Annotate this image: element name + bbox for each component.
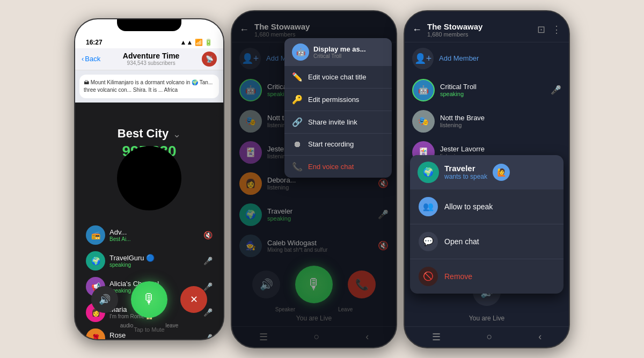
leave-label: leave [165, 323, 178, 328]
channel-info: Adventure Time 934,543 subscribers [100, 52, 202, 66]
avatar: 📻 [86, 225, 105, 245]
edit-title-label: Edit voice chat title [308, 73, 366, 81]
channel-avatar: 📡 [202, 52, 217, 67]
screen-share-icon[interactable]: ⊡ [537, 24, 545, 35]
tap-to-mute[interactable]: Tap to Mute [134, 326, 164, 333]
record-icon: ⏺ [292, 140, 303, 149]
channel-message: 🏔 Mount Kilimanjaro is a dormant volcano… [79, 75, 219, 98]
participant-row: 🎭 Nott the Brave listening [405, 106, 569, 137]
more-options-icon[interactable]: ⋮ [552, 24, 561, 35]
back-button[interactable]: ‹ Back [82, 55, 100, 63]
back-label: Back [85, 55, 100, 63]
dark-circle: 🎙 [117, 146, 181, 210]
mic-button[interactable]: 🎙 [131, 281, 167, 318]
participant-item: 📻 Adv... Best Ai... 🔇 [82, 222, 217, 248]
phone-1: 16:27 ▲▲ 📶 🔋 ‹ Back Adventure Time 934,5… [74, 18, 224, 340]
ctx-open-chat[interactable]: 💬 Open chat [410, 224, 564, 259]
avatar: 🎭 [412, 110, 435, 133]
audio-button[interactable]: 🔊 [91, 286, 118, 313]
person-raise-icon: 🙋 [497, 168, 506, 177]
share-link-label: Share invite link [308, 118, 357, 126]
ctx-allow-to-speak[interactable]: 👥 Allow to speak [410, 189, 564, 224]
edit-permissions-label: Edit permissions [308, 96, 359, 104]
ctx-speak-icon: 🙋 [493, 164, 510, 181]
ctx-user-name: Traveler [444, 164, 487, 173]
ctx-remove[interactable]: 🚫 Remove [410, 259, 564, 294]
pinfo: Nott the Brave listening [440, 114, 561, 128]
signal-icons: ▲▲ 📶 🔋 [180, 39, 213, 46]
menu-item-end-chat[interactable]: 📞 End voice chat [284, 156, 392, 178]
notch-1 [117, 19, 181, 31]
display-as-label: Display me as... [313, 45, 366, 53]
header-info-3: The Stowaway 1,680 members [427, 22, 532, 38]
ios-nav: ‹ Back Adventure Time 934,543 subscriber… [75, 48, 223, 70]
voice-overlay: Best City ⌄ 995,830 🎙 📻 Adv... Best Ai..… [75, 114, 223, 339]
phone-2: ← The Stowaway 1,680 members 👤+ Add Memb… [231, 10, 397, 348]
voice-title: Best City [118, 127, 169, 141]
channel-content: 🏔 Mount Kilimanjaro is a dormant volcano… [75, 70, 223, 103]
screenshots-container: 16:27 ▲▲ 📶 🔋 ‹ Back Adventure Time 934,5… [0, 0, 644, 358]
participant-info: TravelGuru 🔵 speaking [109, 254, 199, 268]
channel-name: Adventure Time [100, 52, 202, 60]
dropdown-header-text: Display me as... Critical Troll [313, 45, 366, 59]
group-name-3: The Stowaway [427, 22, 532, 31]
permissions-icon: 🔑 [292, 94, 303, 105]
you-are-live-3: You are Live [405, 315, 569, 326]
phone-3: ← The Stowaway 1,680 members ⊡ ⋮ 👤+ Add … [404, 10, 570, 348]
edit-icon: ✏️ [292, 72, 303, 82]
participant-info: Adv... Best Ai... [109, 228, 199, 242]
display-as-value: Critical Troll [313, 53, 366, 59]
dropdown-header: 🤖 Display me as... Critical Troll [284, 38, 392, 66]
nav-back-icon-3: ‹ [538, 331, 541, 343]
dropdown-header-icon: 🤖 [292, 43, 309, 61]
menu-item-share-link[interactable]: 🔗 Share invite link [284, 111, 392, 134]
ctx-user-status: wants to speak [444, 173, 487, 180]
mic-icon: 🔇 [203, 231, 213, 239]
participant-row: 🤖 Critical Troll speaking 🎤 [405, 75, 569, 106]
dropdown-overlay[interactable]: 🤖 Display me as... Critical Troll ✏️ Edi… [232, 11, 396, 347]
nav-home-icon-3: ○ [487, 331, 493, 343]
open-chat-icon: 💬 [419, 232, 438, 251]
remove-icon: 🚫 [419, 267, 438, 286]
menu-item-edit-permissions[interactable]: 🔑 Edit permissions [284, 89, 392, 111]
channel-sub: 934,543 subscribers [100, 60, 202, 66]
ctx-avatar: 🌍 [418, 162, 439, 183]
context-popup: 🌍 Traveler wants to speak 🙋 👥 Allow to s… [410, 155, 564, 294]
add-member-label-3: Add Member [439, 54, 479, 62]
p3-header: ← The Stowaway 1,680 members ⊡ ⋮ [405, 11, 569, 42]
remove-label: Remove [444, 272, 472, 281]
ctx-user-row: 🌍 Traveler wants to speak 🙋 [410, 155, 564, 189]
menu-item-start-recording[interactable]: ⏺ Start recording [284, 134, 392, 156]
ctx-user-info: Traveler wants to speak [444, 164, 487, 180]
mic-icon: 🎤 [551, 85, 561, 95]
dropdown-menu: 🤖 Display me as... Critical Troll ✏️ Edi… [284, 38, 392, 178]
pinfo: Critical Troll speaking [440, 83, 545, 97]
mic-icon: 🎤 [203, 257, 213, 265]
voice-controls: 🔊 🎙 ✕ [75, 281, 223, 318]
status-bar-1: 16:27 ▲▲ 📶 🔋 [75, 34, 223, 48]
nav-menu-icon-3: ☰ [432, 331, 441, 343]
audio-label: audio [120, 323, 133, 328]
back-button-3[interactable]: ← [412, 24, 422, 35]
end-chat-icon: 📞 [292, 162, 303, 172]
menu-item-edit-title[interactable]: ✏️ Edit voice chat title [284, 66, 392, 89]
mic-icon: 🎤 [203, 334, 213, 340]
avatar: 🌹 [86, 328, 105, 340]
allow-speak-label: Allow to speak [444, 202, 493, 211]
members-count-3: 1,680 members [427, 31, 532, 38]
allow-speak-icon: 👥 [419, 197, 438, 216]
start-recording-label: Start recording [308, 140, 354, 148]
avatar: 🌍 [86, 251, 105, 271]
share-icon: 🔗 [292, 117, 303, 127]
add-icon-3: 👤+ [412, 48, 434, 69]
avatar: 🤖 [412, 79, 435, 101]
end-chat-label: End voice chat [308, 163, 354, 171]
chevron-icon: ⌄ [173, 128, 181, 140]
participant-item: 🌍 TravelGuru 🔵 speaking 🎤 [82, 248, 217, 274]
android-navbar-3: ☰ ○ ‹ [405, 326, 569, 347]
add-member-button-3[interactable]: 👤+ Add Member [405, 42, 569, 75]
open-chat-label: Open chat [444, 237, 479, 246]
leave-button[interactable]: ✕ [180, 286, 207, 313]
time-display: 16:27 [86, 39, 103, 46]
